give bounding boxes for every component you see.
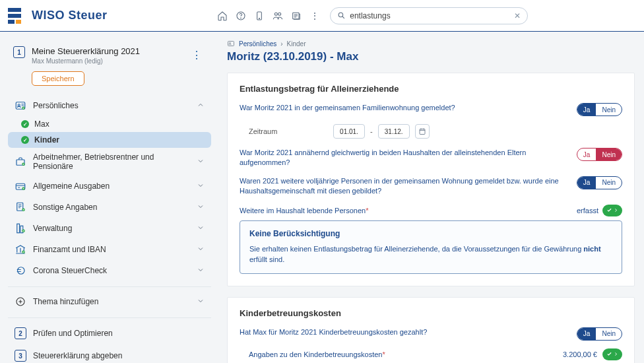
app-logo: WISO Steuer xyxy=(8,8,108,24)
toggle-yes[interactable]: Ja xyxy=(577,177,596,189)
sidebar-item-expenses[interactable]: Allgemeine Ausgaben xyxy=(8,176,211,197)
employee-icon xyxy=(15,156,26,168)
admin-icon xyxy=(15,222,26,234)
svg-rect-25 xyxy=(420,129,425,135)
svg-rect-17 xyxy=(17,224,20,233)
more-icon[interactable]: ⋮ xyxy=(307,9,322,23)
sidebar-sub-label: Max xyxy=(34,119,49,129)
question-text: Waren 2021 weitere volljährige Personen … xyxy=(240,176,569,197)
yes-no-toggle[interactable]: Ja Nein xyxy=(577,327,622,341)
logo-mark-icon xyxy=(8,8,26,24)
yes-no-toggle[interactable]: Ja Nein xyxy=(577,103,622,116)
step-number-2: 2 xyxy=(15,327,26,339)
sidebar-label: Persönliches xyxy=(33,101,79,110)
person-card-icon xyxy=(15,100,26,112)
breadcrumb-a[interactable]: Persönliches xyxy=(239,40,276,48)
toggle-yes[interactable]: Ja xyxy=(577,328,596,340)
bank-icon xyxy=(15,244,26,255)
dash: - xyxy=(370,127,373,135)
svg-point-4 xyxy=(275,13,278,15)
toggle-no[interactable]: Nein xyxy=(596,177,622,189)
euro-icon xyxy=(15,265,26,277)
step-number-3: 3 xyxy=(15,350,26,362)
people-icon[interactable] xyxy=(271,9,285,23)
card-heading: Entlastungsbetrag für Alleinerziehende xyxy=(240,84,622,94)
step-submit[interactable]: 3 Steuererklärung abgeben xyxy=(8,345,211,363)
search-input-wrapper[interactable]: ✕ xyxy=(330,7,528,24)
sidebar-sub-kinder[interactable]: ✓ Kinder xyxy=(8,132,211,148)
question-text: Hat Max für Moritz 2021 Kinderbetreuungs… xyxy=(240,327,569,337)
period-from-input[interactable] xyxy=(333,124,365,139)
info-title: Keine Berücksichtigung xyxy=(249,229,612,238)
chevron-down-icon xyxy=(197,297,205,307)
yes-no-toggle[interactable]: Ja Nein xyxy=(577,148,622,161)
breadcrumb-b: Kinder xyxy=(287,40,306,48)
sidebar-item-personal[interactable]: Persönliches xyxy=(8,95,211,116)
mobile-icon[interactable] xyxy=(252,9,267,23)
sidebar-label: Verwaltung xyxy=(33,224,72,233)
question-text: War Moritz 2021 annähernd gleichwertig i… xyxy=(240,148,569,168)
app-name: WISO Steuer xyxy=(32,9,108,22)
yes-no-toggle[interactable]: Ja Nein xyxy=(577,176,622,189)
toggle-no[interactable]: Nein xyxy=(596,148,622,160)
sidebar-sub-label: Kinder xyxy=(34,135,59,145)
news-icon[interactable] xyxy=(289,9,304,23)
care-costs-link[interactable]: Angaben zu den Kinderbetreuungskosten* xyxy=(249,350,385,358)
open-detail-button[interactable] xyxy=(602,348,622,360)
save-button[interactable]: Speichern xyxy=(32,71,84,86)
toggle-no[interactable]: Nein xyxy=(596,328,622,340)
toggle-no[interactable]: Nein xyxy=(596,104,622,116)
period-to-input[interactable] xyxy=(378,124,410,139)
declaration-subtitle: Max Mustermann (ledig) xyxy=(32,57,140,65)
home-icon[interactable] xyxy=(215,9,230,23)
svg-point-21 xyxy=(18,267,25,275)
search-icon xyxy=(337,11,346,20)
step-number-1: 1 xyxy=(13,46,25,58)
svg-point-1 xyxy=(241,17,242,18)
sidebar-sub-max[interactable]: ✓ Max xyxy=(8,116,211,132)
info-text: Sie erhalten keinen Entlastungsbetrag fü… xyxy=(249,244,612,265)
svg-point-9 xyxy=(18,104,20,106)
info-box: Keine Berücksichtigung Sie erhalten kein… xyxy=(240,220,622,274)
other-icon xyxy=(15,201,26,213)
step-check[interactable]: 2 Prüfen und Optimieren xyxy=(8,322,211,345)
search-input[interactable] xyxy=(350,11,510,20)
sidebar-label: Thema hinzufügen xyxy=(33,297,98,306)
clear-search-icon[interactable]: ✕ xyxy=(514,11,521,20)
step-label: Steuererklärung abgeben xyxy=(33,351,122,360)
card-heading: Kinderbetreuungskosten xyxy=(240,308,622,318)
page-title: Moritz (23.10.2019) - Max xyxy=(227,50,635,63)
sidebar-item-employee[interactable]: Arbeitnehmer, Betriebsrentner und Pensio… xyxy=(8,148,211,176)
sidebar-item-tax-iban[interactable]: Finanzamt und IBAN xyxy=(8,239,211,260)
chevron-up-icon xyxy=(197,101,205,111)
help-icon[interactable] xyxy=(234,9,248,23)
calendar-icon[interactable] xyxy=(415,124,430,139)
toggle-yes[interactable]: Ja xyxy=(577,104,596,116)
sidebar-item-admin[interactable]: Verwaltung xyxy=(8,218,211,239)
svg-rect-23 xyxy=(228,42,234,46)
sidebar-item-add-topic[interactable]: Thema hinzufügen xyxy=(8,291,211,312)
sidebar-item-other[interactable]: Sonstige Angaben xyxy=(8,197,211,218)
chevron-down-icon xyxy=(197,182,205,191)
check-icon: ✓ xyxy=(21,120,29,128)
svg-point-7 xyxy=(338,13,343,17)
toggle-yes[interactable]: Ja xyxy=(577,148,596,160)
sidebar-label: Corona SteuerCheck xyxy=(33,266,107,275)
open-detail-button[interactable] xyxy=(602,205,622,216)
declaration-menu-icon[interactable]: ⋮ xyxy=(187,46,206,64)
svg-point-3 xyxy=(259,18,260,18)
chevron-down-icon xyxy=(197,157,205,167)
expenses-icon xyxy=(15,180,26,192)
sidebar-label: Arbeitnehmer, Betriebsrentner und Pensio… xyxy=(33,152,190,171)
chevron-down-icon xyxy=(197,224,205,234)
svg-point-24 xyxy=(230,43,231,44)
question-text: War Moritz 2021 in der gemeinsamen Famil… xyxy=(240,103,569,113)
sidebar-label: Allgemeine Ausgaben xyxy=(33,182,110,191)
step-label: Prüfen und Optimieren xyxy=(33,329,113,338)
persons-link[interactable]: Weitere im Haushalt lebende Personen* xyxy=(240,207,368,214)
period-label: Zeitraum xyxy=(249,127,328,135)
declaration-title: Meine Steuererklärung 2021 xyxy=(32,46,140,56)
card-entlastung: Entlastungsbetrag für Alleinerziehende W… xyxy=(227,73,635,286)
sidebar-item-corona[interactable]: Corona SteuerCheck xyxy=(8,260,211,281)
status-text: erfasst xyxy=(577,207,598,214)
